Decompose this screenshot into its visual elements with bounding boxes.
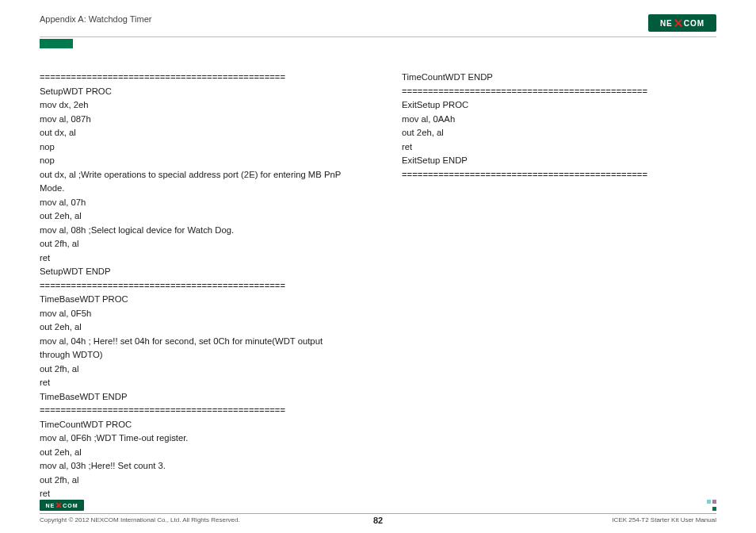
code-line: out 2fh, al (40, 474, 354, 488)
code-line: mov al, 0AAh (402, 113, 716, 127)
code-line: mov dx, 2eh (40, 98, 354, 113)
logo-text-left: NE (45, 503, 55, 508)
code-line: nop (40, 154, 354, 168)
logo-text-left: NE (660, 19, 673, 28)
code-column-left: ========================================… (40, 71, 354, 501)
code-line: TimeCountWDT PROC (40, 418, 354, 432)
code-line: ========================================… (402, 168, 716, 182)
code-column-right: TimeCountWDT ENDP=======================… (402, 71, 716, 501)
code-line: ret (40, 376, 354, 390)
footer-corner-marks (707, 500, 716, 511)
code-line: out 2eh, al (40, 209, 354, 224)
code-line: SetupWDT ENDP (40, 265, 354, 279)
page-footer: NE COM Copyright © 2012 NEXCOM Internati… (40, 513, 716, 523)
footer-row: Copyright © 2012 NEXCOM International Co… (40, 516, 716, 523)
code-line: mov al, 04h ; Here!! set 04h for second,… (40, 335, 354, 362)
code-line: TimeBaseWDT PROC (40, 293, 354, 307)
code-line: ExitSetup ENDP (402, 154, 716, 168)
logo-text-right: COM (63, 503, 78, 508)
content-area: ========================================… (40, 71, 716, 501)
copyright-text: Copyright © 2012 NEXCOM International Co… (40, 516, 240, 523)
code-line: out 2fh, al (40, 362, 354, 377)
code-line: ========================================… (40, 279, 354, 293)
code-line: mov al, 08h ;Select logical device for W… (40, 224, 354, 238)
nexcom-logo-top: NE COM (648, 14, 716, 32)
code-line: nop (40, 140, 354, 155)
square-icon (707, 500, 711, 504)
square-icon (712, 507, 716, 511)
square-icon (712, 500, 716, 504)
code-line: SetupWDT PROC (40, 85, 354, 99)
code-line: ret (402, 140, 716, 155)
header-rule (40, 36, 716, 37)
nexcom-logo-bottom: NE COM (40, 500, 84, 511)
code-line: out dx, al ;Write operations to special … (40, 168, 354, 196)
code-line: ret (40, 487, 354, 501)
code-line: mov al, 087h (40, 113, 354, 127)
manual-title: ICEK 254-T2 Starter Kit User Manual (612, 516, 716, 523)
code-line: ========================================… (40, 404, 354, 418)
code-line: ret (40, 251, 354, 266)
code-line: ========================================… (40, 71, 354, 85)
code-line: out 2eh, al (40, 320, 354, 335)
code-line: TimeCountWDT ENDP (402, 71, 716, 85)
footer-rule: NE COM (40, 513, 716, 514)
x-icon (674, 18, 683, 28)
page-header: Appendix A: Watchdog Timer NE COM (40, 14, 716, 32)
code-line: out 2fh, al (40, 237, 354, 251)
x-icon (55, 502, 62, 508)
appendix-title: Appendix A: Watchdog Timer (40, 14, 151, 24)
code-line: mov al, 0F6h ;WDT Time-out register. (40, 431, 354, 446)
code-line: out dx, al (40, 126, 354, 140)
code-line: mov al, 0F5h (40, 307, 354, 321)
header-accent-bar (40, 39, 73, 48)
code-line: ExitSetup PROC (402, 98, 716, 113)
code-line: TimeBaseWDT ENDP (40, 390, 354, 405)
code-line: mov al, 07h (40, 196, 354, 210)
code-line: out 2eh, al (402, 126, 716, 140)
code-line: out 2eh, al (40, 446, 354, 460)
code-line: mov al, 03h ;Here!! Set count 3. (40, 459, 354, 474)
page-number: 82 (373, 516, 383, 525)
logo-text-right: COM (684, 19, 704, 28)
code-line: ========================================… (402, 85, 716, 99)
